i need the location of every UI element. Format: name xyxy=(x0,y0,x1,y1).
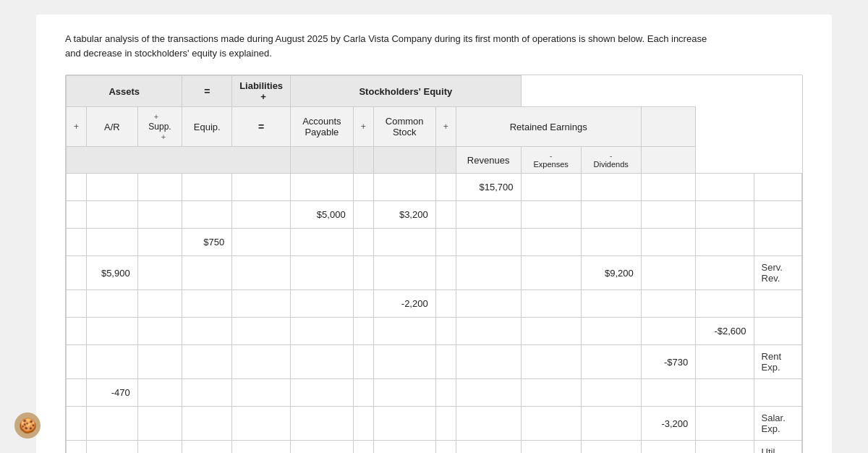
note-header xyxy=(641,147,696,174)
description-text: A tabular analysis of the transactions m… xyxy=(65,32,716,60)
liabilities-header: Liabilities + xyxy=(232,76,291,107)
empty-asset-cells xyxy=(67,147,291,174)
common-stock-header: Common Stock xyxy=(373,107,435,147)
cookie-icon[interactable]: 🍪 xyxy=(14,412,41,439)
table-row: $5,000$3,200 xyxy=(67,201,802,229)
empty-plus2-cell xyxy=(435,147,456,174)
note-col-header xyxy=(641,107,696,147)
page-container: A tabular analysis of the transactions m… xyxy=(36,14,832,453)
empty-plus-cell xyxy=(353,147,373,174)
acct-payable-header: Accounts Payable xyxy=(291,107,354,147)
plus-ar-sign: + xyxy=(67,107,87,147)
dividends-header-col: - Dividends xyxy=(581,147,641,174)
table-row: -470 xyxy=(67,379,802,407)
accounting-table: Assets = Liabilities + Stockholders' Equ… xyxy=(66,75,802,453)
table-row: -$730Rent Exp. xyxy=(67,345,802,379)
header-row-2: + A/R + Supp. + Equip. = Accounts Payabl… xyxy=(67,107,802,147)
eq-sign-2: = xyxy=(232,107,291,147)
table-row: $15,700 xyxy=(67,174,802,201)
table-row: 310-310Util. Exp. xyxy=(67,441,802,454)
empty-stock-cell xyxy=(373,147,435,174)
equip-header: Equip. xyxy=(182,107,232,147)
plus2-sign: + xyxy=(353,107,373,147)
empty-liab-cell xyxy=(291,147,354,174)
table-row: -3,200Salar. Exp. xyxy=(67,407,802,441)
revenues-header: Revenues xyxy=(456,147,521,174)
table-row: -2,200 xyxy=(67,290,802,318)
ar-header: A/R xyxy=(87,107,138,147)
retained-earnings-header: Retained Earnings xyxy=(456,107,641,147)
table-body: $15,700$5,000$3,200$750$5,900$9,200Serv.… xyxy=(67,174,802,454)
table-row: -$2,600 xyxy=(67,318,802,345)
header-row-3: Revenues - Expenses - Dividends xyxy=(67,147,802,174)
eq-sign-header: = xyxy=(182,76,232,107)
plus3-sign: + xyxy=(435,107,456,147)
table-row: $5,900$9,200Serv. Rev. xyxy=(67,256,802,290)
header-row-1: Assets = Liabilities + Stockholders' Equ… xyxy=(67,76,802,107)
plus-supp-sign: + Supp. + xyxy=(137,107,182,147)
table-wrapper: Assets = Liabilities + Stockholders' Equ… xyxy=(65,75,803,453)
equity-header: Stockholders' Equity xyxy=(291,76,521,107)
assets-header: Assets xyxy=(67,76,182,107)
table-row: $750 xyxy=(67,229,802,256)
expenses-header-col: - Expenses xyxy=(521,147,581,174)
